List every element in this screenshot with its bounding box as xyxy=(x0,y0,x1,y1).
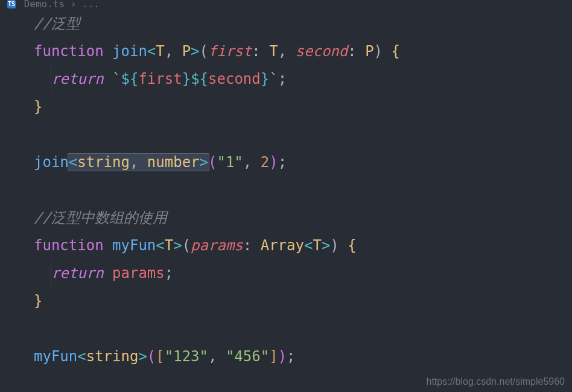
breadcrumb[interactable]: TS Demo.ts › ... xyxy=(0,0,572,6)
punct: , xyxy=(208,348,226,365)
variable: first xyxy=(138,71,182,87)
type: string xyxy=(77,154,130,171)
string: "456" xyxy=(226,348,269,365)
code-area[interactable]: //泛型 function join<T, P>(first: T, secon… xyxy=(22,10,572,370)
punct: ; xyxy=(287,348,295,365)
function-call: myFun xyxy=(34,348,77,365)
comment: //泛型中数组的使用 xyxy=(34,209,167,226)
punct: ( xyxy=(182,237,191,254)
type: T xyxy=(269,43,278,60)
paren: ( xyxy=(147,348,156,365)
type: T xyxy=(313,237,321,254)
code-line: } xyxy=(34,287,572,315)
indent-guide xyxy=(51,259,51,287)
type: Array xyxy=(261,237,304,254)
watermark: https://blog.csdn.net/simple5960 xyxy=(427,376,565,387)
code-line: myFun<string>(["123", "456"]); xyxy=(34,343,572,370)
function-call: join xyxy=(34,154,69,171)
type-param: T xyxy=(156,43,164,60)
punct: , xyxy=(165,43,182,60)
punct: ; xyxy=(278,154,287,171)
breadcrumb-sep: › xyxy=(71,0,77,10)
template-expr: } xyxy=(182,71,191,87)
breadcrumb-file: Demo.ts xyxy=(24,0,65,10)
paren: ) xyxy=(278,348,287,365)
punct: ) xyxy=(374,43,383,60)
code-line: function join<T, P>(first: T, second: P)… xyxy=(34,37,572,65)
param: params xyxy=(191,237,243,254)
brace: } xyxy=(34,292,42,309)
brace: { xyxy=(339,237,357,254)
code-line xyxy=(34,315,572,343)
angle: > xyxy=(138,348,147,365)
param: first xyxy=(208,43,252,60)
brace: } xyxy=(34,98,42,115)
punct: : xyxy=(243,237,261,254)
code-line: join<string, number>("1", 2); xyxy=(34,148,572,176)
punct: : xyxy=(348,43,365,60)
selection-highlight: <string, number> xyxy=(68,153,209,171)
punct: : xyxy=(252,43,269,60)
ts-file-icon: TS xyxy=(7,0,16,8)
paren: ) xyxy=(269,154,278,171)
indent-guide xyxy=(51,65,51,93)
template-expr: ${ xyxy=(121,71,139,87)
variable: params xyxy=(112,265,165,282)
string: ` xyxy=(269,71,278,87)
string: "123" xyxy=(165,348,208,365)
code-editor[interactable]: //泛型 function join<T, P>(first: T, secon… xyxy=(0,6,572,370)
angle: < xyxy=(156,237,164,254)
angle: > xyxy=(322,237,330,254)
template-expr: } xyxy=(261,71,269,87)
keyword: function xyxy=(34,43,104,60)
punct: ; xyxy=(278,71,287,87)
line-gutter xyxy=(0,10,22,370)
punct: , xyxy=(243,154,261,171)
punct: ) xyxy=(330,237,338,254)
code-line: function myFun<T>(params: Array<T>) { xyxy=(34,232,572,259)
code-line: //泛型中数组的使用 xyxy=(34,204,572,232)
number: 2 xyxy=(261,154,269,171)
angle: < xyxy=(304,237,313,254)
string: "1" xyxy=(217,154,243,171)
param: second xyxy=(296,43,348,60)
keyword: function xyxy=(34,237,104,254)
type: number xyxy=(147,154,200,171)
type-param: T xyxy=(165,237,173,254)
angle: > xyxy=(191,43,199,60)
punct: ; xyxy=(165,265,173,282)
bracket: [ xyxy=(156,348,164,365)
angle: < xyxy=(69,154,77,171)
punct: , xyxy=(130,154,147,171)
angle: < xyxy=(147,43,156,60)
punct: , xyxy=(278,43,296,60)
code-line xyxy=(34,121,572,148)
keyword: return xyxy=(51,71,104,87)
type: string xyxy=(86,348,139,365)
function-name: myFun xyxy=(112,237,156,254)
punct: ( xyxy=(200,43,208,60)
angle: > xyxy=(173,237,182,254)
type-param: P xyxy=(182,43,191,60)
code-line: return `${first}${second}`; xyxy=(34,65,572,93)
code-line: //泛型 xyxy=(34,10,572,37)
bracket: ] xyxy=(269,348,278,365)
comment: //泛型 xyxy=(34,15,80,32)
template-expr: ${ xyxy=(191,71,208,87)
breadcrumb-rest: ... xyxy=(82,0,100,10)
code-line: } xyxy=(34,93,572,121)
angle: > xyxy=(200,154,208,171)
code-line xyxy=(34,176,572,204)
brace: { xyxy=(383,43,400,60)
variable: second xyxy=(208,71,261,87)
function-name: join xyxy=(112,43,147,60)
code-line: return params; xyxy=(34,259,572,287)
type: P xyxy=(365,43,373,60)
angle: < xyxy=(77,348,86,365)
keyword: return xyxy=(51,265,104,282)
string: ` xyxy=(112,71,121,87)
paren: ( xyxy=(208,154,217,171)
